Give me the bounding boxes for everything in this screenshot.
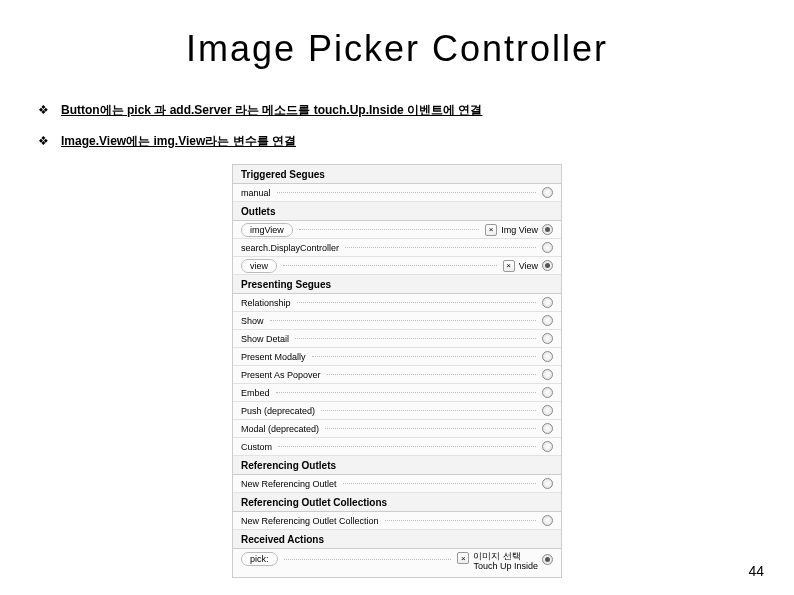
row-outlet-view: view × View: [233, 257, 561, 275]
connect-socket-icon[interactable]: [542, 405, 553, 416]
connect-socket-icon[interactable]: [542, 441, 553, 452]
outlet-name-pill: imgView: [241, 223, 293, 237]
bullet-item: ❖ Image.View에는 img.View라는 변수를 연결: [38, 133, 794, 150]
connect-socket-icon[interactable]: [542, 351, 553, 362]
row-label: Push (deprecated): [241, 406, 315, 416]
row-segue: Present Modally: [233, 348, 561, 366]
bullet-text: Image.View에는 img.View라는 변수를 연결: [61, 133, 296, 150]
section-received-actions: Received Actions: [233, 530, 561, 549]
connect-socket-icon[interactable]: [542, 242, 553, 253]
row-manual: manual: [233, 184, 561, 202]
row-new-ref-collection: New Referencing Outlet Collection: [233, 512, 561, 530]
connect-socket-icon[interactable]: [542, 224, 553, 235]
row-segue: Show Detail: [233, 330, 561, 348]
row-label: Embed: [241, 388, 270, 398]
connect-socket-icon[interactable]: [542, 423, 553, 434]
row-outlet-searchdisplay: search.DisplayController: [233, 239, 561, 257]
row-segue: Present As Popover: [233, 366, 561, 384]
row-segue: Relationship: [233, 294, 561, 312]
section-referencing-outlets: Referencing Outlets: [233, 456, 561, 475]
row-label: Relationship: [241, 298, 291, 308]
row-new-ref-outlet: New Referencing Outlet: [233, 475, 561, 493]
connect-socket-icon[interactable]: [542, 478, 553, 489]
bullet-list: ❖ Button에는 pick 과 add.Server 라는 메소드를 tou…: [38, 102, 794, 150]
row-segue: Show: [233, 312, 561, 330]
row-label: Show Detail: [241, 334, 289, 344]
bullet-item: ❖ Button에는 pick 과 add.Server 라는 메소드를 tou…: [38, 102, 794, 119]
connect-socket-icon[interactable]: [542, 187, 553, 198]
connect-socket-icon[interactable]: [542, 315, 553, 326]
row-received-pick: pick: × 이미지 선택 Touch Up Inside: [233, 549, 561, 577]
diamond-bullet-icon: ❖: [38, 134, 49, 148]
outlet-name-pill: view: [241, 259, 277, 273]
row-label: search.DisplayController: [241, 243, 339, 253]
section-outlets: Outlets: [233, 202, 561, 221]
connect-socket-icon[interactable]: [542, 297, 553, 308]
disconnect-button[interactable]: ×: [457, 552, 469, 564]
connect-socket-icon[interactable]: [542, 369, 553, 380]
action-targets: 이미지 선택 Touch Up Inside: [473, 552, 538, 572]
row-label: New Referencing Outlet Collection: [241, 516, 379, 526]
slide-title: Image Picker Controller: [0, 28, 794, 70]
connect-socket-icon[interactable]: [542, 260, 553, 271]
page-number: 44: [748, 563, 764, 579]
connect-socket-icon[interactable]: [542, 333, 553, 344]
outlet-target: Img View: [501, 225, 538, 235]
row-label: Show: [241, 316, 264, 326]
row-label: Present Modally: [241, 352, 306, 362]
connect-socket-icon[interactable]: [542, 554, 553, 565]
outlet-target: View: [519, 261, 538, 271]
action-name-pill: pick:: [241, 552, 278, 566]
connect-socket-icon[interactable]: [542, 515, 553, 526]
bullet-text: Button에는 pick 과 add.Server 라는 메소드를 touch…: [61, 102, 482, 119]
connect-socket-icon[interactable]: [542, 387, 553, 398]
row-label: New Referencing Outlet: [241, 479, 337, 489]
row-label: Present As Popover: [241, 370, 321, 380]
action-event-label: Touch Up Inside: [473, 562, 538, 572]
section-referencing-collections: Referencing Outlet Collections: [233, 493, 561, 512]
row-segue: Modal (deprecated): [233, 420, 561, 438]
disconnect-button[interactable]: ×: [485, 224, 497, 236]
row-label: Custom: [241, 442, 272, 452]
diamond-bullet-icon: ❖: [38, 103, 49, 117]
row-segue: Push (deprecated): [233, 402, 561, 420]
row-segue: Embed: [233, 384, 561, 402]
disconnect-button[interactable]: ×: [503, 260, 515, 272]
connections-inspector-panel: Triggered Segues manual Outlets imgView …: [232, 164, 562, 578]
section-presenting-segues: Presenting Segues: [233, 275, 561, 294]
row-label: Modal (deprecated): [241, 424, 319, 434]
section-triggered-segues: Triggered Segues: [233, 165, 561, 184]
row-label: manual: [241, 188, 271, 198]
row-segue: Custom: [233, 438, 561, 456]
row-outlet-imgview: imgView × Img View: [233, 221, 561, 239]
